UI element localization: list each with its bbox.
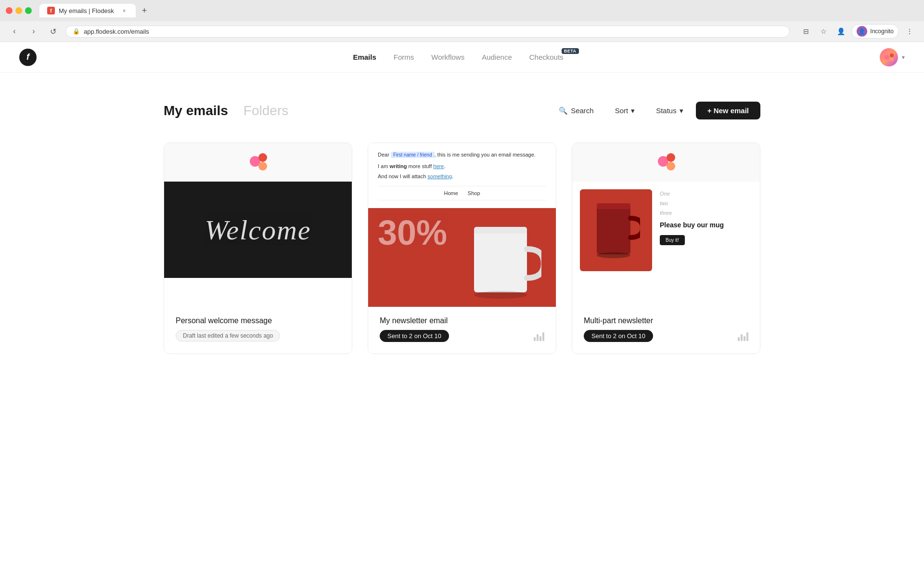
- browser-addressbar: ‹ › ↺ 🔒 app.flodesk.com/emails ⊟ ☆ 👤 👤 I…: [0, 21, 924, 41]
- close-window-button[interactable]: [6, 7, 13, 14]
- maximize-window-button[interactable]: [25, 7, 32, 14]
- analytics-bar-4: [542, 332, 544, 341]
- nav-link-forms[interactable]: Forms: [394, 53, 414, 61]
- numbered-list: Onetwothree: [660, 189, 752, 218]
- svg-point-14: [597, 252, 630, 258]
- new-tab-button[interactable]: +: [138, 4, 151, 17]
- svg-rect-12: [597, 206, 630, 254]
- preview-welcome-top: [164, 143, 352, 182]
- sent-status-badge-multipart: Sent to 2 on Oct 10: [584, 330, 653, 342]
- analytics-bar-m1: [738, 337, 740, 341]
- new-email-button[interactable]: + New email: [696, 102, 760, 119]
- browser-forward-button[interactable]: ›: [27, 25, 40, 38]
- preview-newsletter-top: Dear First name / friend, this is me sen…: [368, 143, 556, 208]
- multipart-mug-image: [580, 189, 652, 271]
- preview-welcome-white: [164, 278, 352, 307]
- email-preview-newsletter: Dear First name / friend, this is me sen…: [368, 143, 556, 307]
- browser-actions: ⊟ ☆ 👤 👤 Incognito ⋮: [799, 24, 916, 39]
- browser-chrome: f My emails | Flodesk × + ‹ › ↺ 🔒 app.fl…: [0, 0, 924, 42]
- search-icon: 🔍: [559, 106, 568, 115]
- tab-bar: f My emails | Flodesk × +: [39, 4, 918, 17]
- avatar-dots: [883, 53, 895, 62]
- traffic-lights: [6, 7, 32, 14]
- email-card-title-multipart: Multi-part newsletter: [584, 316, 748, 325]
- page-header-right: 🔍 Search Sort ▾ Status ▾ + New email: [550, 102, 760, 119]
- svg-point-5: [258, 162, 267, 171]
- svg-rect-13: [597, 203, 630, 209]
- email-card-footer-newsletter: My newsletter email Sent to 2 on Oct 10: [368, 307, 556, 354]
- draft-status-badge: Draft last edited a few seconds ago: [176, 330, 280, 342]
- svg-point-2: [890, 57, 894, 61]
- analytics-bar-m4: [746, 332, 748, 341]
- minimize-window-button[interactable]: [15, 7, 22, 14]
- svg-point-1: [890, 53, 894, 57]
- svg-point-10: [667, 153, 675, 162]
- buy-button-preview: Buy it!: [660, 235, 685, 245]
- svg-point-4: [258, 153, 267, 162]
- email-card-title-personal-welcome: Personal welcome message: [176, 316, 340, 325]
- incognito-button[interactable]: 👤 Incognito: [851, 24, 899, 39]
- preview-nav-bar: Home Shop: [378, 186, 546, 200]
- svg-point-8: [474, 291, 527, 299]
- preview-nav-shop: Shop: [468, 190, 480, 196]
- status-chevron-icon: ▾: [680, 106, 683, 115]
- emails-grid: Welcome Personal welcome message Draft l…: [164, 143, 760, 354]
- profile-icon[interactable]: 👤: [834, 25, 847, 38]
- sent-status-badge-newsletter: Sent to 2 on Oct 10: [380, 330, 449, 342]
- nav-link-audience[interactable]: Audience: [482, 53, 512, 61]
- analytics-bar-m3: [744, 336, 745, 341]
- email-card-newsletter[interactable]: Dear First name / friend, this is me sen…: [368, 143, 556, 354]
- app-logo[interactable]: f: [19, 49, 37, 66]
- analytics-bar-2: [537, 334, 539, 341]
- percent-text: 30%: [378, 213, 447, 252]
- flodesk-logo-dots: [245, 152, 270, 173]
- svg-rect-6: [474, 230, 527, 292]
- tab-close-button[interactable]: ×: [120, 7, 128, 14]
- email-card-status-multipart: Sent to 2 on Oct 10: [584, 330, 748, 342]
- preview-multipart-top: [572, 143, 760, 182]
- analytics-bar-3: [539, 336, 541, 341]
- email-text-preview: Dear First name / friend, this is me sen…: [378, 151, 546, 181]
- browser-tab-active[interactable]: f My emails | Flodesk ×: [39, 4, 136, 17]
- browser-back-button[interactable]: ‹: [8, 25, 21, 38]
- multipart-heading: Please buy our mug: [660, 221, 752, 230]
- more-options-icon[interactable]: ⋮: [903, 25, 916, 38]
- tab-favicon: f: [47, 7, 55, 14]
- email-card-footer-multipart: Multi-part newsletter Sent to 2 on Oct 1…: [572, 307, 760, 354]
- email-card-multipart[interactable]: Onetwothree Please buy our mug Buy it! M…: [572, 143, 760, 354]
- newsletter-img-content: 30%: [368, 208, 556, 307]
- browser-titlebar: f My emails | Flodesk × +: [0, 0, 924, 21]
- analytics-icon-newsletter[interactable]: [534, 331, 544, 341]
- multipart-text-content: Onetwothree Please buy our mug Buy it!: [660, 189, 752, 245]
- email-card-footer-personal-welcome: Personal welcome message Draft last edit…: [164, 307, 352, 353]
- preview-welcome-dark: Welcome: [164, 182, 352, 278]
- email-card-title-newsletter: My newsletter email: [380, 316, 544, 325]
- search-button[interactable]: 🔍 Search: [550, 103, 603, 119]
- page-title: My emails: [164, 103, 228, 118]
- bookmark-icon[interactable]: ☆: [817, 25, 830, 38]
- browser-refresh-button[interactable]: ↺: [46, 25, 60, 38]
- nav-link-workflows[interactable]: Workflows: [431, 53, 464, 61]
- folders-link[interactable]: Folders: [244, 103, 288, 118]
- svg-point-11: [667, 162, 675, 171]
- email-preview-personal-welcome: Welcome: [164, 143, 352, 307]
- sort-button[interactable]: Sort ▾: [606, 103, 644, 119]
- analytics-bar-m2: [741, 334, 743, 341]
- analytics-icon-multipart[interactable]: [738, 331, 748, 341]
- app-nav-links: Emails Forms Workflows Audience Checkout…: [353, 53, 563, 61]
- email-card-personal-welcome[interactable]: Welcome Personal welcome message Draft l…: [164, 143, 352, 354]
- analytics-bar-1: [534, 337, 536, 341]
- tab-title: My emails | Flodesk: [59, 7, 114, 14]
- user-menu-chevron-icon[interactable]: ▾: [902, 54, 905, 61]
- email-card-status-newsletter: Sent to 2 on Oct 10: [380, 330, 544, 342]
- email-card-status-personal-welcome: Draft last edited a few seconds ago: [176, 330, 340, 342]
- nav-link-emails[interactable]: Emails: [353, 53, 376, 61]
- nav-link-checkouts[interactable]: Checkouts BETA: [529, 53, 564, 61]
- app-nav: f Emails Forms Workflows Audience Checko…: [0, 42, 924, 73]
- address-bar[interactable]: 🔒 app.flodesk.com/emails: [65, 26, 790, 38]
- status-button[interactable]: Status ▾: [647, 103, 692, 119]
- cast-icon[interactable]: ⊟: [799, 25, 813, 38]
- page-header-left: My emails Folders: [164, 103, 288, 118]
- welcome-script-text: Welcome: [205, 214, 311, 246]
- user-avatar[interactable]: [880, 48, 898, 66]
